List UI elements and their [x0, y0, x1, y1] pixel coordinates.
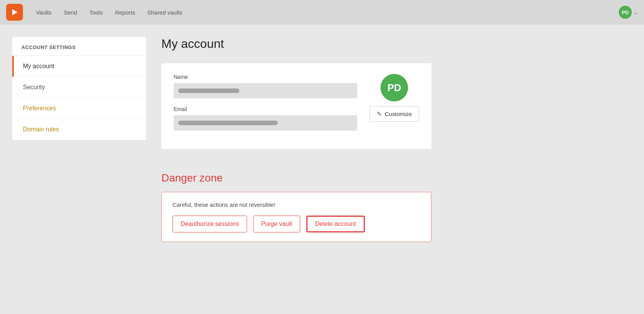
deauthorize-sessions-button[interactable]: Deauthorize sessions — [172, 216, 247, 232]
user-avatar-button[interactable]: PD — [619, 6, 632, 19]
top-nav: Vaults Send Tools Reports Shared vaults … — [0, 0, 644, 25]
nav-vaults[interactable]: Vaults — [31, 6, 57, 19]
purge-vault-button[interactable]: Purge vault — [253, 216, 300, 232]
sidebar-item-security[interactable]: Security — [12, 77, 146, 98]
form-fields: Name Email — [174, 74, 357, 138]
user-avatar-large: PD — [381, 74, 408, 101]
nav-right: PD ⌄ — [619, 6, 638, 19]
nav-shared-vaults[interactable]: Shared vaults — [142, 6, 188, 19]
sidebar-item-my-account[interactable]: My account — [12, 56, 146, 77]
name-input[interactable] — [174, 83, 357, 98]
nav-tools[interactable]: Tools — [84, 6, 108, 19]
customize-button[interactable]: ✎ Customize — [369, 106, 419, 122]
sidebar: ACCOUNT SETTINGS My account Security Pre… — [12, 37, 146, 140]
edit-icon: ✎ — [377, 110, 382, 118]
danger-actions: Deauthorize sessions Purge vault Delete … — [172, 216, 420, 232]
logo-button[interactable] — [6, 4, 23, 21]
name-field-group: Name — [174, 74, 357, 98]
chevron-down-icon[interactable]: ⌄ — [633, 9, 638, 15]
danger-warning: Careful, these actions are not reversibl… — [172, 201, 420, 208]
sidebar-section-label: ACCOUNT SETTINGS — [12, 37, 146, 56]
logo-icon — [10, 8, 19, 17]
sidebar-item-preferences[interactable]: Preferences — [12, 98, 146, 119]
danger-box: Careful, these actions are not reversibl… — [161, 192, 431, 242]
main-container: ACCOUNT SETTINGS My account Security Pre… — [0, 25, 459, 254]
main-content: My account Name Email PD — [146, 37, 447, 242]
email-label: Email — [174, 106, 357, 112]
email-redacted — [178, 121, 278, 125]
avatar-section: PD ✎ Customize — [369, 74, 419, 122]
danger-section: Danger zone Careful, these actions are n… — [161, 172, 431, 242]
nav-reports[interactable]: Reports — [110, 6, 141, 19]
name-redacted — [178, 88, 239, 93]
nav-links: Vaults Send Tools Reports Shared vaults — [31, 6, 616, 19]
danger-zone-title: Danger zone — [161, 172, 431, 184]
email-input[interactable] — [174, 115, 357, 131]
customize-label: Customize — [385, 111, 412, 117]
svg-marker-0 — [12, 9, 18, 15]
email-field-group: Email — [174, 106, 357, 131]
page-title: My account — [161, 37, 431, 51]
name-label: Name — [174, 74, 357, 80]
delete-account-button[interactable]: Delete account — [306, 216, 365, 232]
sidebar-item-domain-rules[interactable]: Domain rules — [12, 119, 146, 140]
nav-send[interactable]: Send — [59, 6, 83, 19]
account-form-section: Name Email PD ✎ Customize — [161, 63, 431, 149]
